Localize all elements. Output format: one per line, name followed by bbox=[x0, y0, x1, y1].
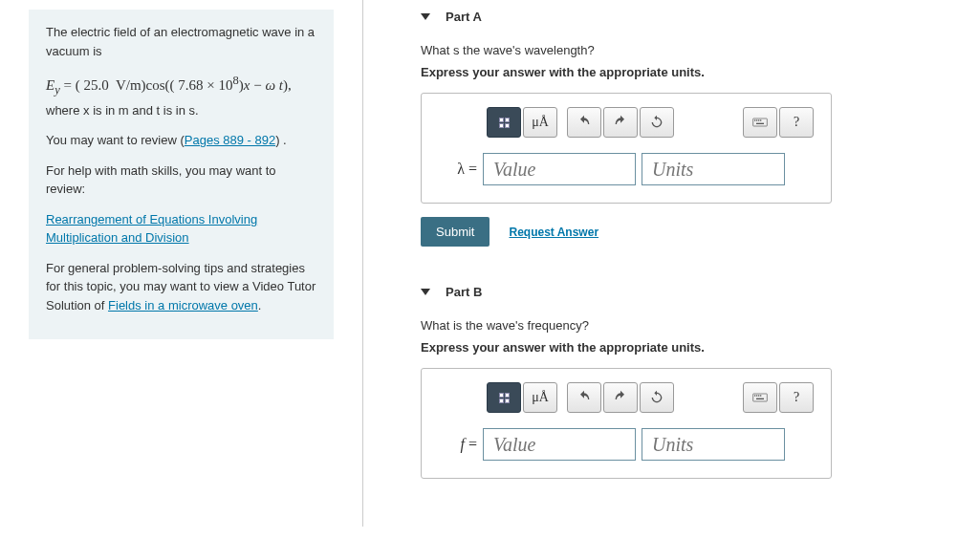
part-b-value-input[interactable] bbox=[483, 428, 636, 461]
undo-button[interactable] bbox=[567, 382, 601, 413]
keyboard-icon bbox=[752, 390, 768, 405]
problem-sidebar: The electric field of an electromagnetic… bbox=[0, 0, 363, 527]
part-a-header[interactable]: Part A bbox=[421, 10, 941, 24]
part-b-input-row: f = bbox=[439, 428, 814, 461]
pages-link[interactable]: Pages 889 - 892 bbox=[185, 133, 275, 147]
caret-down-icon bbox=[421, 13, 430, 20]
part-b-units-input[interactable] bbox=[642, 428, 785, 461]
part-b-toolbar: μÅ ? bbox=[439, 382, 814, 413]
part-b-header[interactable]: Part B bbox=[421, 285, 941, 299]
tutor-line: For general problem-solving tips and str… bbox=[46, 259, 316, 315]
part-a-instruction: Express your answer with the appropriate… bbox=[421, 65, 941, 79]
part-b-instruction: Express your answer with the appropriate… bbox=[421, 340, 941, 355]
svg-rect-8 bbox=[756, 395, 757, 396]
redo-icon bbox=[613, 390, 628, 405]
svg-rect-5 bbox=[756, 123, 764, 124]
svg-rect-7 bbox=[754, 395, 755, 396]
reset-icon bbox=[649, 115, 664, 130]
help-button[interactable]: ? bbox=[779, 382, 814, 413]
part-b-title: Part B bbox=[446, 285, 482, 299]
part-b-question: What is the wave's frequency? bbox=[421, 318, 941, 333]
part-b: Part B What is the wave's frequency? Exp… bbox=[421, 285, 941, 479]
help-button[interactable]: ? bbox=[779, 107, 814, 138]
part-a-title: Part A bbox=[446, 10, 482, 24]
svg-rect-1 bbox=[754, 119, 755, 120]
svg-rect-10 bbox=[760, 395, 761, 396]
svg-rect-11 bbox=[756, 398, 764, 399]
svg-rect-3 bbox=[758, 119, 759, 120]
redo-button[interactable] bbox=[603, 382, 638, 413]
keyboard-button[interactable] bbox=[743, 382, 777, 413]
reset-button[interactable] bbox=[640, 107, 674, 138]
intro-text-2: where x is in m and t is in s. bbox=[46, 101, 316, 120]
part-a-input-row: λ = bbox=[439, 153, 814, 185]
svg-rect-6 bbox=[753, 394, 768, 401]
svg-rect-4 bbox=[760, 119, 761, 120]
submit-button[interactable]: Submit bbox=[421, 217, 490, 247]
templates-button[interactable] bbox=[487, 382, 521, 413]
rearrangement-link[interactable]: Rearrangement of Equations Involving Mul… bbox=[46, 212, 257, 246]
templates-button[interactable] bbox=[487, 107, 521, 138]
lambda-label: λ = bbox=[439, 161, 477, 178]
math-help-text: For help with math skills, you may want … bbox=[46, 162, 316, 199]
tutor-link[interactable]: Fields in a microwave oven bbox=[108, 298, 258, 312]
part-a-question: What s the wave's wavelength? bbox=[421, 43, 941, 57]
undo-button[interactable] bbox=[567, 107, 601, 138]
f-label: f = bbox=[439, 436, 477, 453]
caret-down-icon bbox=[421, 289, 430, 295]
formula: Ey = ( 25.0 V/m)cos(( 7.68 × 108)x − ω t… bbox=[46, 72, 316, 99]
redo-button[interactable] bbox=[603, 107, 638, 138]
part-a-answer-panel: μÅ ? λ = bbox=[421, 93, 832, 204]
redo-icon bbox=[613, 115, 628, 130]
reset-icon bbox=[649, 390, 664, 405]
units-button[interactable]: μÅ bbox=[523, 107, 557, 138]
part-b-answer-panel: μÅ ? f = bbox=[421, 368, 832, 479]
units-button[interactable]: μÅ bbox=[523, 382, 557, 413]
part-a-value-input[interactable] bbox=[483, 153, 636, 185]
svg-rect-9 bbox=[758, 395, 759, 396]
part-a-units-input[interactable] bbox=[642, 153, 785, 185]
svg-rect-0 bbox=[753, 118, 768, 126]
intro-text-1: The electric field of an electromagnetic… bbox=[46, 23, 316, 60]
reset-button[interactable] bbox=[640, 382, 674, 413]
answer-area: Part A What s the wave's wavelength? Exp… bbox=[363, 0, 979, 527]
keyboard-icon bbox=[752, 115, 768, 130]
part-a: Part A What s the wave's wavelength? Exp… bbox=[421, 10, 941, 247]
undo-icon bbox=[577, 390, 592, 405]
problem-info-box: The electric field of an electromagnetic… bbox=[29, 10, 334, 339]
svg-rect-2 bbox=[756, 119, 757, 120]
undo-icon bbox=[577, 115, 592, 130]
request-answer-link[interactable]: Request Answer bbox=[509, 226, 598, 239]
part-a-submit-row: Submit Request Answer bbox=[421, 217, 941, 247]
part-a-toolbar: μÅ ? bbox=[439, 107, 814, 138]
keyboard-button[interactable] bbox=[743, 107, 777, 138]
review-line: You may want to review (Pages 889 - 892)… bbox=[46, 131, 316, 150]
